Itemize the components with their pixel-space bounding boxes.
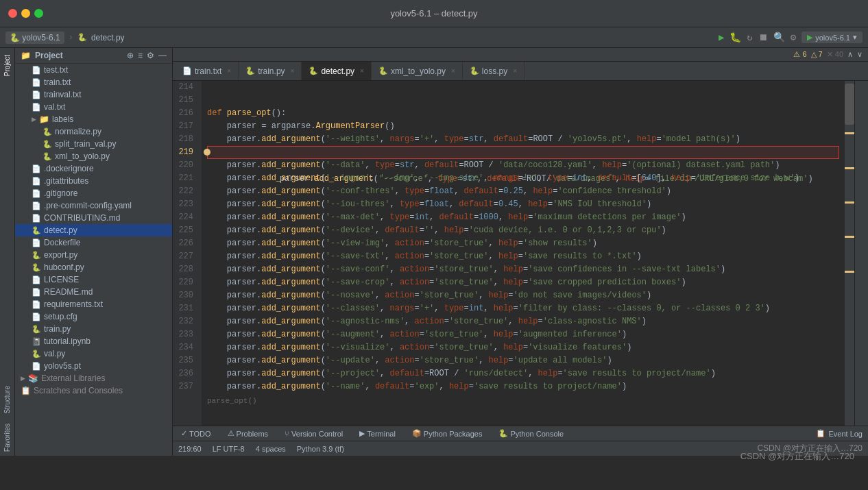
tree-item-readme[interactable]: 📄 README.md [15,286,172,298]
tab-problems[interactable]: ⚠ Problems [225,428,271,439]
file-icon-txt: 📄 [32,78,41,87]
tree-item-normalize[interactable]: 🐍 normalize.py [15,125,172,138]
sidebar-item-structure[interactable]: Structure [2,382,12,418]
tree-item-hubconf[interactable]: 🐍 hubconf.py [15,261,172,273]
tree-item-tutorial[interactable]: 📓 tutorial.ipynb [15,335,172,347]
file-icon-txt: 📄 [32,103,41,112]
event-log-area[interactable]: 📋 Event Log [816,429,863,438]
navbar: 🐍 yolov5-6.1 › 🐍 detect.py ▶ 🐛 ↻ ⏹ 🔍 ⚙ ▶… [0,27,868,48]
nav-search-icon[interactable]: 🔍 [773,32,785,43]
tab-train-py[interactable]: 🐍 train.py × [239,62,302,81]
tree-action-2[interactable]: ≡ [138,51,143,60]
file-icon-py: 🐍 [43,152,52,161]
project-label[interactable]: 🐍 yolov5-6.1 [5,32,64,44]
code-line-215 [207,94,839,107]
tab-terminal[interactable]: ▶ Terminal [357,428,398,439]
tab-close-xml-to-yolo[interactable]: × [451,67,455,75]
tab-close-train-py[interactable]: × [291,67,295,75]
chevron-down-icon: ▾ [853,33,857,42]
tree-item-pre-commit[interactable]: 📄 .pre-commit-config.yaml [15,199,172,212]
line-endings: LF UTF-8 [213,445,245,453]
tab-todo[interactable]: ✓ TODO [178,428,214,439]
tree-item-dockerfile[interactable]: 📄 Dockerfile [15,236,172,249]
tab-python-packages[interactable]: 📦 Python Packages [409,428,485,439]
tree-item-train-py[interactable]: 🐍 train.py [15,323,172,335]
error-count: △ 7 [811,50,823,59]
todo-icon: ✓ [181,429,187,438]
tab-version-control[interactable]: ⑂ Version Control [282,428,346,439]
close-button[interactable] [8,9,17,18]
tab-close-detect-py[interactable]: × [360,67,364,75]
run-config-button[interactable]: ▶ yolov5-6.1 ▾ [801,32,863,43]
tree-item-setup[interactable]: 📄 setup.cfg [15,310,172,323]
file-icon-export: 🐍 [32,251,41,260]
code-line-221: parser.add_argument('--imgsz', '--img', … [207,172,839,185]
maximize-button[interactable] [34,9,43,18]
file-icon-md: 📄 [32,214,41,223]
event-log-icon: 📋 [816,429,825,438]
tree-item-labels-folder[interactable]: ▶ 📁 labels [15,113,172,125]
tab-close-loss-py[interactable]: × [513,67,517,75]
expand-hints[interactable]: ∧ [847,50,853,59]
main-layout: Project Structure Favorites 📁 Project ⊕ … [0,48,868,456]
tree-item-split-train[interactable]: 🐍 split_train_val.py [15,138,172,150]
tree-action-1[interactable]: ⊕ [127,51,134,60]
minimize-button[interactable] [21,9,30,18]
code-line-234: parser.add_argument('--visualize', actio… [207,341,839,354]
tree-item-test-txt[interactable]: 📄 test.txt [15,64,172,76]
project-label: Project [35,51,63,60]
nav-refresh-icon[interactable]: ↻ [747,32,752,43]
tree-item-external-libs[interactable]: ▶ 📚 External Libraries [15,372,172,384]
tree-item-xml-to-yolo[interactable]: 🐍 xml_to_yolo.py [15,150,172,162]
file-icon-ignore: 📄 [32,164,41,173]
nav-debug-icon[interactable]: 🐛 [730,32,741,43]
file-icon-txt: 📄 [32,66,41,75]
tree-item-scratches[interactable]: 📋 Scratches and Consoles [15,384,172,397]
tree-item-val-txt[interactable]: 📄 val.txt [15,101,172,113]
collapse-hints[interactable]: ∨ [857,50,863,59]
scrollbar-thumb[interactable] [845,84,854,125]
tree-item-contributing[interactable]: 📄 CONTRIBUTING.md [15,212,172,224]
chevron-down-icon: ▶ [32,116,36,123]
tree-item-yolov5s[interactable]: 📄 yolov5s.pt [15,360,172,372]
file-icon-val-py: 🐍 [32,350,41,358]
nav-stop-icon[interactable]: ⏹ [758,32,768,43]
code-line-236: parser.add_argument('--project', default… [207,367,839,380]
tree-item-gitignore[interactable]: 📄 .gitignore [15,187,172,199]
tree-item-gitattributes[interactable]: 📄 .gitattributes [15,175,172,187]
tree-item-license[interactable]: 📄 LICENSE [15,273,172,286]
tree-item-detect-py[interactable]: 🐍 detect.py [15,224,172,236]
tab-icon-detect-py: 🐍 [309,66,318,75]
tree-item-train-txt[interactable]: 📄 train.txt [15,76,172,88]
tab-loss-py[interactable]: 🐍 loss.py × [463,62,525,81]
file-icon-readme: 📄 [32,288,41,297]
file-icon-py: 🐍 [43,127,52,136]
nav-file-icon: 🐍 [77,33,87,42]
tree-action-4[interactable]: — [158,51,167,60]
sidebar-item-project[interactable]: Project [2,51,12,80]
tree-item-dockerignore[interactable]: 📄 .dockerignore [15,162,172,175]
nav-run-icon[interactable]: ▶ [719,32,724,43]
tab-detect-py[interactable]: 🐍 detect.py × [302,62,372,81]
file-icon-setup: 📄 [32,313,41,321]
tree-item-export[interactable]: 🐍 export.py [15,249,172,261]
code-footer: parse_opt() [207,393,839,406]
tree-item-trainval-txt[interactable]: 📄 trainval.txt [15,88,172,101]
run-icon: ▶ [807,33,812,42]
tree-action-3[interactable]: ⚙ [147,51,154,60]
line-numbers: 214 215 216 217 218 219 220 221 222 223 … [173,81,202,426]
nav-settings-icon[interactable]: ⚙ [791,32,796,43]
python-packages-icon: 📦 [412,429,422,438]
tree-item-requirements[interactable]: 📄 requirements.txt [15,298,172,310]
right-tab-placeholder [860,84,863,95]
tab-python-console[interactable]: 🐍 Python Console [496,428,566,439]
code-editor[interactable]: def parse_opt(): parser = argparse.Argum… [202,81,845,426]
code-line-233: parser.add_argument('--augment', action=… [207,328,839,341]
tree-item-val-py[interactable]: 🐍 val.py [15,347,172,360]
sidebar-item-favorites[interactable]: Favorites [2,419,12,456]
tab-close-train-txt[interactable]: × [227,67,231,75]
tab-train-txt[interactable]: 📄 train.txt × [176,62,239,81]
code-line-218: parser.add_argument('--weights', nargs='… [207,133,839,146]
tab-xml-to-yolo[interactable]: 🐍 xml_to_yolo.py × [372,62,463,81]
file-icon-detect-py: 🐍 [32,226,41,235]
